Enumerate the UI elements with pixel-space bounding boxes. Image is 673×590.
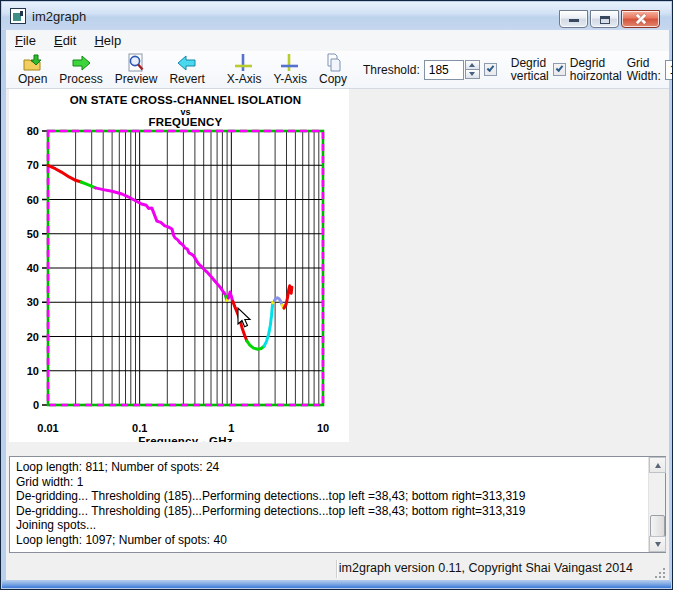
window-title: im2graph bbox=[32, 9, 86, 24]
log-line: Grid width: 1 bbox=[16, 475, 641, 490]
degrid-horizontal-group: Degrid hoirzontal bbox=[570, 57, 622, 83]
menu-edit[interactable]: Edit bbox=[45, 31, 85, 50]
image-view-area: 010203040506070800.010.1110ON STATE CROS… bbox=[6, 89, 669, 456]
log-scrollbar[interactable] bbox=[648, 457, 665, 552]
menu-bar: File Edit Help bbox=[6, 30, 669, 51]
up-arrow-icon bbox=[469, 63, 475, 67]
y-tick-label: 20 bbox=[27, 331, 39, 343]
grid-width-input[interactable] bbox=[665, 60, 673, 80]
scroll-up-button[interactable] bbox=[649, 457, 666, 473]
scrollbar-thumb[interactable] bbox=[650, 515, 665, 537]
down-arrow-icon bbox=[655, 542, 661, 547]
check-icon bbox=[555, 64, 563, 72]
degrid-vertical-label: Degrid vertical bbox=[511, 57, 549, 83]
minimize-button[interactable] bbox=[559, 10, 588, 28]
segment-magenta-2 bbox=[228, 292, 233, 302]
y-tick-label: 10 bbox=[27, 365, 39, 377]
toolbar: Open Process Preview bbox=[6, 51, 669, 89]
app-icon[interactable] bbox=[10, 8, 26, 24]
y-tick-label: 30 bbox=[27, 296, 39, 308]
copy-pages-icon bbox=[322, 53, 344, 73]
log-line: Joining spots... bbox=[16, 518, 641, 533]
x-tick-label: 0.01 bbox=[37, 422, 58, 434]
status-bar: im2graph version 0.11, Copyright Shai Va… bbox=[6, 556, 669, 582]
y-tick-label: 60 bbox=[27, 194, 39, 206]
log-panel: Loop length: 811; Number of spots: 24 Gr… bbox=[9, 456, 666, 553]
window-controls bbox=[559, 10, 660, 28]
status-text: im2graph version 0.11, Copyright Shai Va… bbox=[339, 561, 633, 575]
degrid-horizontal-label: Degrid hoirzontal bbox=[570, 57, 622, 83]
maximize-button[interactable] bbox=[590, 10, 619, 28]
menu-file[interactable]: File bbox=[6, 31, 45, 50]
segment-blue-1 bbox=[274, 298, 282, 305]
x-axis-icon bbox=[233, 53, 255, 73]
maximize-icon bbox=[600, 16, 610, 24]
threshold-checkbox[interactable] bbox=[484, 63, 497, 76]
segment-red-3 bbox=[284, 286, 292, 308]
chart-title-line1: ON STATE CROSS-CHANNEL ISOLATION bbox=[70, 94, 302, 106]
threshold-group: Threshold: bbox=[363, 60, 501, 80]
segment-green-3 bbox=[247, 341, 264, 349]
revert-arrow-icon bbox=[176, 53, 198, 73]
resize-grip-icon[interactable] bbox=[655, 568, 665, 578]
x-tick-label: 1 bbox=[228, 422, 234, 434]
y-tick-label: 50 bbox=[27, 228, 39, 240]
preview-button[interactable]: Preview bbox=[109, 52, 164, 87]
process-button[interactable]: Process bbox=[53, 52, 108, 87]
segment-cyan-1 bbox=[264, 303, 273, 346]
chart-canvas: 010203040506070800.010.1110ON STATE CROS… bbox=[9, 89, 349, 442]
grid-width-group: Grid Width: bbox=[627, 57, 673, 83]
app-window: im2graph File Edit Help Open bbox=[0, 0, 673, 590]
threshold-input[interactable] bbox=[424, 60, 464, 80]
threshold-label: Threshold: bbox=[363, 63, 420, 77]
window-bottom-border bbox=[2, 580, 671, 588]
y-tick-label: 0 bbox=[33, 399, 39, 411]
y-tick-label: 70 bbox=[27, 159, 39, 171]
up-arrow-icon bbox=[655, 463, 661, 468]
log-line: De-gridding... Thresholding (185)...Perf… bbox=[16, 504, 641, 519]
minimize-icon bbox=[569, 19, 579, 22]
close-icon bbox=[622, 11, 659, 27]
degrid-vertical-group: Degrid vertical bbox=[511, 57, 570, 83]
log-line: Loop length: 811; Number of spots: 24 bbox=[16, 460, 641, 475]
y-axis-button[interactable]: Y-Axis bbox=[267, 52, 313, 87]
close-button[interactable] bbox=[621, 10, 660, 28]
x-tick-label: 0.1 bbox=[132, 422, 147, 434]
app-icon-mark bbox=[20, 11, 23, 16]
copy-button[interactable]: Copy bbox=[313, 52, 353, 87]
x-tick-label: 10 bbox=[317, 422, 329, 434]
threshold-spinner bbox=[465, 60, 480, 79]
open-folder-icon bbox=[22, 53, 44, 73]
log-line: De-gridding... Thresholding (185)...Perf… bbox=[16, 489, 641, 504]
grid-width-label: Grid Width: bbox=[627, 57, 661, 83]
log-output: Loop length: 811; Number of spots: 24 Gr… bbox=[10, 457, 647, 552]
segment-green-1 bbox=[81, 182, 95, 188]
revert-button[interactable]: Revert bbox=[163, 52, 210, 87]
client-area: File Edit Help Open bbox=[6, 30, 669, 582]
chart-title-line3: FREQUENCY bbox=[148, 116, 222, 128]
open-button[interactable]: Open bbox=[12, 52, 53, 87]
threshold-spin-down-button[interactable] bbox=[465, 69, 480, 79]
title-bar[interactable]: im2graph bbox=[2, 2, 671, 30]
scroll-down-button[interactable] bbox=[649, 536, 666, 552]
menu-help[interactable]: Help bbox=[85, 31, 130, 50]
y-axis-icon bbox=[279, 53, 301, 73]
log-line: Loop length: 1097; Number of spots: 40 bbox=[16, 533, 641, 548]
chart-xlabel: Frequency - GHz bbox=[138, 435, 232, 442]
segment-magenta-1 bbox=[96, 188, 226, 296]
process-arrow-icon bbox=[70, 53, 92, 73]
check-icon bbox=[486, 64, 494, 72]
y-tick-label: 80 bbox=[27, 125, 39, 137]
status-separator bbox=[336, 560, 337, 578]
graph-image[interactable]: 010203040506070800.010.1110ON STATE CROS… bbox=[9, 89, 349, 442]
segment-red-1 bbox=[48, 165, 81, 182]
y-tick-label: 40 bbox=[27, 262, 39, 274]
degrid-vertical-checkbox[interactable] bbox=[553, 63, 566, 76]
preview-magnifier-icon bbox=[125, 53, 147, 73]
x-axis-button[interactable]: X-Axis bbox=[221, 52, 268, 87]
down-arrow-icon bbox=[469, 72, 475, 76]
